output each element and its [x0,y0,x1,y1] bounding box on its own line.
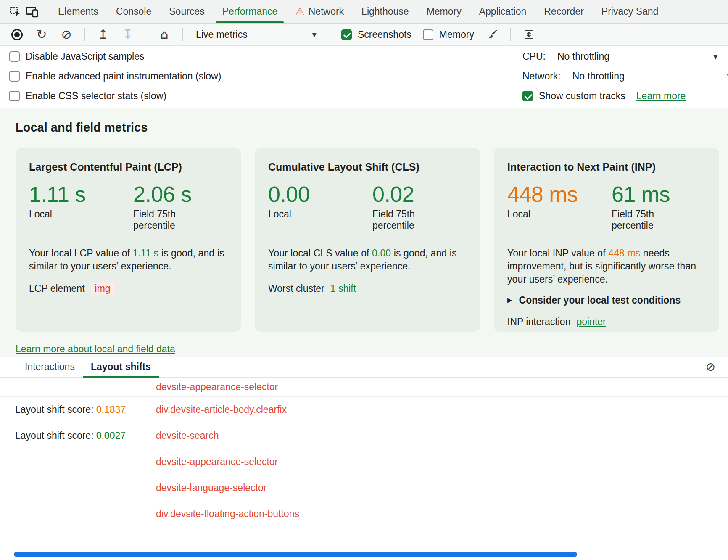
inp-interaction-link[interactable]: pointer [576,316,606,328]
learn-more-link[interactable]: Learn more [636,90,686,102]
lcp-element-node-link[interactable]: img [91,282,115,295]
separator [182,28,183,41]
gauge-icon[interactable] [522,27,535,42]
memory-checkbox[interactable]: Memory [423,29,474,40]
lcp-desc-value: 1.11 s [133,248,159,259]
capture-settings-right: CPU: No throttling ▾ Network: No throttl… [522,47,728,106]
record-button[interactable] [10,27,24,42]
local-test-conditions-label: Consider your local test conditions [519,295,681,306]
home-button[interactable]: ⌂ [158,27,171,42]
card-title: Largest Contentful Paint (LCP) [29,161,227,173]
tab-layout-shifts[interactable]: Layout shifts [83,357,159,377]
history-dropdown[interactable]: Live metrics ▾ [194,29,318,40]
lcp-element-label: LCP element [29,283,85,294]
separator [330,28,330,41]
divider [268,240,467,240]
lcp-field-label: Field 75th percentile [133,209,190,231]
layout-shift-row[interactable]: Layout shift score:0.0027 devsite-search [0,423,728,449]
local-test-conditions-disclosure[interactable]: ▶ Consider your local test conditions [507,294,706,306]
node-link[interactable]: devsite-search [156,430,219,441]
node-link[interactable]: div.devsite-article-body.clearfix [156,404,287,415]
inp-card: Interaction to Next Paint (INP) 448 ms L… [494,148,719,332]
reload-and-record-button[interactable]: ↻ [35,27,48,42]
tab-interactions[interactable]: Interactions [17,357,83,377]
clear-button[interactable]: ⊘ [60,27,73,42]
tab-privacy-sandbox[interactable]: Privacy Sand [593,0,667,23]
layout-shift-row[interactable]: devsite-appearance-selector [0,449,728,475]
lcp-local-label: Local [29,209,133,220]
memory-label: Memory [439,29,474,40]
tab-lighthouse[interactable]: Lighthouse [353,0,418,23]
node-link[interactable]: devsite-appearance-selector [156,381,278,392]
capture-settings: Disable JavaScript samples Enable advanc… [0,46,728,108]
layout-shift-score-value: 0.1837 [96,404,126,415]
local-field-metrics: Local and field metrics Largest Contentf… [0,108,728,357]
inspect-element-icon[interactable] [7,3,24,20]
cls-local-value: 0.00 [268,183,372,205]
separator [146,28,146,41]
advanced-paint-label: Enable advanced paint instrumentation (s… [26,71,221,82]
lcp-local-value: 1.11 s [29,183,133,205]
tab-console[interactable]: Console [107,0,160,23]
node-link[interactable]: devsite-language-selector [156,482,266,493]
inp-field-label: Field 75th percentile [612,209,668,231]
cpu-throttling-select[interactable]: CPU: No throttling ▾ [522,47,728,66]
inp-field-value: 61 ms [612,183,670,205]
tab-network[interactable]: ⚠ Network [286,0,353,23]
lcp-values: 1.11 s Local 2.06 s Field 75th percentil… [29,183,227,231]
show-custom-tracks-checkbox[interactable]: Show custom tracks Learn more [522,86,728,106]
cpu-label: CPU: [522,51,546,62]
section-heading: Local and field metrics [16,120,728,135]
brush-icon[interactable] [485,27,499,42]
layout-shift-score-cell: Layout shift score:0.1837 [15,404,156,415]
screenshots-checkbox[interactable]: Screenshots [341,29,411,40]
lcp-desc-prefix: Your local LCP value of [29,248,130,259]
network-label: Network: [522,71,561,82]
divider [507,240,706,240]
layout-shift-row[interactable]: Layout shift score:0.1837 div.devsite-ar… [0,397,728,423]
learn-more-local-field-link[interactable]: Learn more about local and field data [16,343,175,355]
load-profile-button[interactable]: ↥ [96,27,110,42]
clear-log-icon[interactable]: ⊘ [706,361,715,373]
checkbox-unchecked-icon [9,91,20,101]
tab-performance[interactable]: Performance [214,0,287,23]
chevron-down-icon: ▾ [312,30,317,39]
inp-interaction-label: INP interaction [507,316,570,328]
disable-js-samples-label: Disable JavaScript samples [26,51,145,62]
cls-desc-value: 0.00 [372,248,391,259]
worst-cluster-label: Worst cluster [268,283,324,294]
checkbox-unchecked-icon [423,29,433,40]
cls-card: Cumulative Layout Shift (CLS) 0.00 Local… [255,148,480,332]
tab-memory[interactable]: Memory [418,0,470,23]
layout-shift-row[interactable]: devsite-language-selector [0,475,728,501]
warning-icon: ⚠ [295,5,304,18]
device-toolbar-icon[interactable] [24,3,40,20]
node-link[interactable]: div.devsite-floating-action-buttons [156,508,299,519]
layout-shift-row[interactable]: div.devsite-floating-action-buttons [0,501,728,527]
layout-shift-score-label: Layout shift score: [15,404,94,415]
horizontal-scrollbar[interactable] [14,552,577,557]
network-throttling-select[interactable]: Network: No throttling ▾ [522,66,728,86]
inp-values: 448 ms Local 61 ms Field 75th percentile [507,183,706,231]
tab-network-label: Network [309,6,344,17]
tab-elements[interactable]: Elements [49,0,107,23]
history-dropdown-value: Live metrics [196,29,248,40]
cls-values: 0.00 Local 0.02 Field 75th percentile [268,183,467,231]
inp-desc-value: 448 ms [608,248,640,259]
tab-sources[interactable]: Sources [160,0,213,23]
worst-cluster-row: Worst cluster 1 shift [268,282,467,295]
disclosure-triangle-icon: ▶ [507,296,512,304]
save-profile-button[interactable]: ↧ [121,27,135,42]
cls-field-label: Field 75th percentile [372,209,429,231]
inp-desc-prefix: Your local INP value of [507,248,606,259]
layout-shift-row[interactable]: devsite-appearance-selector [0,378,728,397]
performance-toolbar: ↻ ⊘ ↥ ↧ ⌂ Live metrics ▾ Screenshots Mem… [0,24,728,46]
record-icon [11,29,23,40]
lcp-description: Your local LCP value of 1.11 s is good, … [29,247,227,273]
tab-application[interactable]: Application [470,0,535,23]
log-tabs: Interactions Layout shifts ⊘ [0,357,728,378]
worst-cluster-link[interactable]: 1 shift [330,283,356,294]
tab-recorder[interactable]: Recorder [535,0,593,23]
node-link[interactable]: devsite-appearance-selector [156,456,278,467]
cpu-throttling-value: No throttling [557,51,609,62]
